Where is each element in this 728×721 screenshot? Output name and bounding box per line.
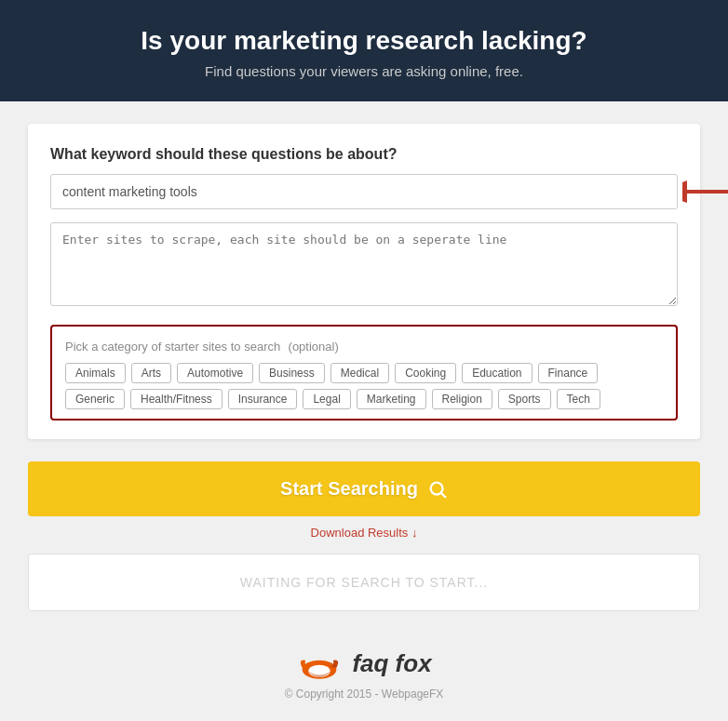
keyword-label: What keyword should these questions be a…	[50, 146, 678, 163]
category-tag[interactable]: Finance	[538, 363, 599, 383]
waiting-text: WAITING FOR SEARCH TO START...	[240, 575, 488, 590]
search-button-wrap: Start Searching	[28, 461, 700, 516]
sites-textarea[interactable]	[50, 222, 678, 306]
category-tag[interactable]: Business	[259, 363, 325, 383]
copyright: © Copyright 2015 - WebpageFX	[0, 688, 728, 701]
category-tag[interactable]: Sports	[498, 389, 551, 409]
category-box: Pick a category of starter sites to sear…	[50, 325, 678, 421]
category-label: Pick a category of starter sites to sear…	[65, 338, 663, 354]
category-tag[interactable]: Marketing	[357, 389, 426, 409]
page-title: Is your marketing research lacking?	[37, 26, 691, 56]
page-subtitle: Find questions your viewers are asking o…	[37, 63, 691, 79]
page-header: Is your marketing research lacking? Find…	[0, 0, 728, 101]
main-card: What keyword should these questions be a…	[28, 124, 700, 439]
footer: faq fox © Copyright 2015 - WebpageFX	[0, 630, 728, 719]
arrow-icon	[682, 179, 728, 205]
logo-area: faq fox	[0, 645, 728, 682]
category-tag[interactable]: Religion	[432, 389, 492, 409]
keyword-row	[50, 174, 678, 209]
category-tag[interactable]: Tech	[557, 389, 600, 409]
search-button-label: Start Searching	[280, 478, 418, 500]
download-results-link[interactable]: Download Results ↓	[311, 526, 418, 540]
search-icon	[427, 479, 448, 500]
logo-text: faq fox	[352, 649, 431, 678]
keyword-input[interactable]	[50, 174, 678, 209]
category-tag[interactable]: Insurance	[228, 389, 298, 409]
svg-line-3	[441, 493, 445, 497]
category-tag[interactable]: Animals	[65, 363, 126, 383]
tags-row: AnimalsArtsAutomotiveBusinessMedicalCook…	[65, 363, 663, 409]
fox-logo-icon	[296, 645, 343, 682]
category-tag[interactable]: Education	[462, 363, 532, 383]
waiting-box: WAITING FOR SEARCH TO START...	[28, 554, 700, 611]
category-tag[interactable]: Medical	[330, 363, 389, 383]
category-tag[interactable]: Cooking	[395, 363, 456, 383]
category-tag[interactable]: Legal	[303, 389, 350, 409]
download-link-wrap: Download Results ↓	[0, 524, 728, 541]
category-tag[interactable]: Automotive	[177, 363, 253, 383]
category-tag[interactable]: Health/Fitness	[130, 389, 222, 409]
category-tag[interactable]: Arts	[131, 363, 171, 383]
start-searching-button[interactable]: Start Searching	[28, 461, 700, 516]
category-tag[interactable]: Generic	[65, 389, 125, 409]
